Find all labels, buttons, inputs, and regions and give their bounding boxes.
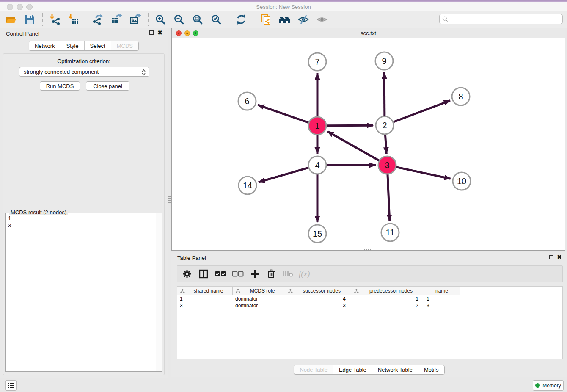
graph-node-8[interactable]: 8 xyxy=(452,88,470,105)
graph-node-15[interactable]: 15 xyxy=(308,225,326,243)
graph-node-6[interactable]: 6 xyxy=(238,92,256,110)
edge-3-10[interactable] xyxy=(396,167,451,179)
hide-selected-eye-icon[interactable] xyxy=(296,12,311,27)
edge-2-8[interactable] xyxy=(394,101,450,122)
table-row[interactable]: 3dominator323 xyxy=(177,302,562,309)
session-title: Session: New Session xyxy=(0,4,567,10)
node-label: 1 xyxy=(315,121,319,130)
table-tab-node-table[interactable]: Node Table xyxy=(294,365,333,374)
show-column-icon[interactable] xyxy=(198,268,209,280)
export-image-icon[interactable] xyxy=(128,12,143,27)
chevron-up-down-icon xyxy=(141,69,146,76)
import-table-from-file-icon[interactable] xyxy=(66,12,81,27)
column-header-predecessor-nodes[interactable]: predecessor nodes xyxy=(351,287,424,295)
zoom-out-icon[interactable] xyxy=(171,12,187,27)
graph-node-10[interactable]: 10 xyxy=(453,172,471,190)
first-neighbors-icon[interactable] xyxy=(277,12,292,27)
criterion-dropdown[interactable]: strongly connected component xyxy=(19,67,149,77)
table-cell[interactable]: 1 xyxy=(351,296,424,302)
graph-node-11[interactable]: 11 xyxy=(381,224,399,241)
edge-3-11[interactable] xyxy=(388,174,390,221)
zoom-in-icon[interactable] xyxy=(153,12,168,27)
apply-preferred-layout-icon[interactable] xyxy=(234,12,249,27)
zoom-selected-region-icon[interactable] xyxy=(209,12,224,27)
graph-node-2[interactable]: 2 xyxy=(376,116,394,134)
toolbar-separator xyxy=(148,13,149,26)
table-cell[interactable]: 2 xyxy=(351,303,424,309)
select-all-icon[interactable] xyxy=(215,268,226,280)
tab-style[interactable]: Style xyxy=(61,41,84,50)
edge-3-1[interactable] xyxy=(328,131,379,160)
result-scrollbar[interactable] xyxy=(156,213,162,371)
save-session-icon[interactable] xyxy=(22,12,37,27)
graph-node-7[interactable]: 7 xyxy=(308,53,326,71)
table-tabbar: Node TableEdge TableNetwork TableMotifs xyxy=(294,365,444,375)
tab-select[interactable]: Select xyxy=(84,41,111,50)
table-cell[interactable]: 1 xyxy=(177,296,233,302)
main-toolbar xyxy=(0,11,567,28)
graph-node-3[interactable]: 3 xyxy=(378,156,396,174)
table-tab-network-table[interactable]: Network Table xyxy=(372,365,418,374)
edge-2-3[interactable] xyxy=(385,135,386,154)
panel-divider-handle[interactable] xyxy=(168,196,171,204)
table-options-gear-icon[interactable] xyxy=(182,268,193,280)
graph-node-9[interactable]: 9 xyxy=(375,52,393,70)
memory-button[interactable]: Memory xyxy=(533,380,564,391)
open-file-icon[interactable] xyxy=(3,12,19,27)
column-sort-icon xyxy=(288,289,293,293)
table-tab-motifs[interactable]: Motifs xyxy=(418,365,444,374)
tab-network[interactable]: Network xyxy=(29,41,61,50)
zoom-fit-content-icon[interactable] xyxy=(190,12,205,27)
node-label: 4 xyxy=(315,160,319,170)
automation-panel-list-icon[interactable] xyxy=(5,380,17,391)
panel-divider-handle[interactable] xyxy=(364,249,372,251)
criterion-value: strongly connected component xyxy=(24,69,99,75)
delete-table-icon[interactable] xyxy=(282,268,293,280)
table-tab-edge-table[interactable]: Edge Table xyxy=(333,365,372,374)
edge-1-6[interactable] xyxy=(258,105,308,123)
clone-network-icon[interactable] xyxy=(259,12,274,27)
toolbar-separator xyxy=(229,13,229,26)
mcds-result-item: 1 xyxy=(8,215,153,222)
table-row[interactable]: 1dominator411 xyxy=(177,295,562,302)
deselect-all-icon[interactable] xyxy=(232,268,244,280)
search-input[interactable] xyxy=(450,16,560,22)
export-network-icon[interactable] xyxy=(91,12,106,27)
show-all-eye-icon[interactable] xyxy=(314,12,330,27)
function-builder-icon[interactable]: f(x) xyxy=(299,268,310,280)
column-header-successor-nodes[interactable]: successor nodes xyxy=(285,287,351,295)
run-mcds-button[interactable]: Run MCDS xyxy=(40,81,80,91)
export-table-icon[interactable] xyxy=(109,12,124,27)
edge-2-9[interactable] xyxy=(384,72,385,116)
edge-4-14[interactable] xyxy=(259,168,308,182)
tab-mcds[interactable]: MCDS xyxy=(111,41,138,50)
column-header-mcds-role[interactable]: MCDS role xyxy=(233,287,285,295)
float-table-panel-icon[interactable] xyxy=(549,255,553,259)
table-cell[interactable]: 3 xyxy=(424,303,460,309)
graph-node-1[interactable]: 1 xyxy=(308,117,326,135)
graph-node-14[interactable]: 14 xyxy=(239,177,256,194)
search-field[interactable] xyxy=(439,14,563,24)
node-label: 15 xyxy=(313,229,322,238)
float-panel-icon[interactable] xyxy=(149,30,154,35)
edge-1-2[interactable] xyxy=(327,125,373,126)
close-panel-button[interactable]: Close panel xyxy=(86,81,129,91)
graph-node-4[interactable]: 4 xyxy=(308,156,326,174)
delete-icon[interactable] xyxy=(266,268,277,280)
close-table-panel-icon[interactable]: ✖ xyxy=(557,255,562,259)
add-icon[interactable] xyxy=(249,268,260,280)
network-window-titlebar: × – + scc.txt xyxy=(172,28,565,38)
mcds-result-list: 13 xyxy=(6,213,156,371)
table-cell[interactable]: 3 xyxy=(177,303,233,309)
table-cell[interactable]: 3 xyxy=(285,303,351,309)
table-cell[interactable]: 4 xyxy=(285,296,351,302)
close-panel-icon[interactable]: ✖ xyxy=(157,30,162,35)
table-cell[interactable]: dominator xyxy=(233,296,285,302)
column-header-shared-name[interactable]: shared name xyxy=(177,287,233,295)
network-canvas[interactable]: 7968124314101511 xyxy=(172,38,565,250)
session-titlebar: Session: New Session xyxy=(0,2,567,11)
column-header-name[interactable]: name xyxy=(424,287,460,295)
table-cell[interactable]: dominator xyxy=(233,303,285,309)
import-network-from-file-icon[interactable] xyxy=(47,12,62,27)
table-cell[interactable]: 1 xyxy=(424,296,460,302)
